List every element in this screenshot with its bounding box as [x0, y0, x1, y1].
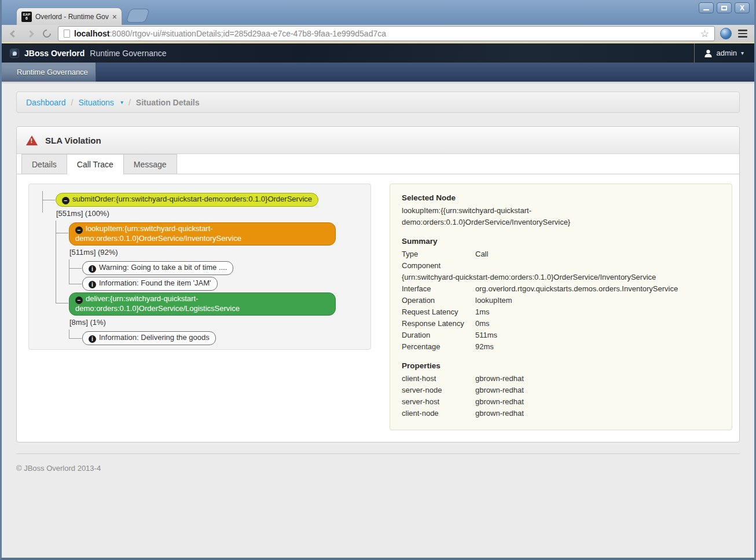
situation-panel: SLA Violation Details Call Trace Message… [16, 126, 740, 442]
call-node-lookup-item[interactable]: lookupItem:{urn:switchyard-quickstart-de… [69, 222, 336, 246]
call-node-submit-order[interactable]: submitOrder:{urn:switchyard-quickstart-d… [56, 193, 318, 207]
tree-item: Information: Found the item 'JAM' [69, 275, 364, 291]
properties-row: server-node gbrown-redhat [402, 385, 720, 396]
url-host: localhost [74, 29, 109, 38]
forward-icon [27, 30, 34, 38]
url-text[interactable]: localhost:8080/rtgov-ui/#situationDetail… [74, 29, 696, 38]
warning-icon [26, 136, 38, 145]
info-icon [89, 265, 96, 273]
breadcrumb-separator: / [71, 98, 74, 107]
call-trace-tree: submitOrder:{urn:switchyard-quickstart-d… [28, 184, 371, 350]
summary-row-duration: Duration 511ms [402, 330, 720, 341]
chevron-down-icon: ▾ [741, 50, 744, 56]
log-node-warning[interactable]: Warning: Going to take a bit of time ...… [82, 261, 233, 275]
forward-button[interactable] [24, 28, 36, 39]
selected-node-heading: Selected Node [402, 193, 720, 202]
summary-row-percentage: Percentage 92ms [402, 341, 720, 353]
selected-node-name: lookupItem:{{urn:switchyard-quickstart-d… [402, 205, 610, 228]
breadcrumb: Dashboard / Situations ▾ / Situation Det… [16, 91, 740, 113]
summary-row-type: Type Call [402, 248, 720, 260]
menu-button[interactable] [737, 28, 748, 39]
nav-tab-runtime-governance[interactable]: Runtime Governance [2, 63, 96, 82]
summary-row-operation: Operation lookupItem [402, 295, 720, 306]
properties-heading: Properties [402, 361, 720, 370]
call-node-label: submitOrder:{urn:switchyard-quickstart-d… [72, 195, 312, 203]
globe-icon[interactable] [720, 28, 732, 39]
selected-node-panel: Selected Node lookupItem:{{urn:switchyar… [390, 184, 732, 430]
node-metric: [551ms] (100%) [56, 209, 364, 218]
username: admin [717, 49, 737, 57]
call-node-label: lookupItem:{urn:switchyard-quickstart-de… [75, 224, 241, 243]
breadcrumb-dashboard[interactable]: Dashboard [26, 98, 66, 107]
tab-message[interactable]: Message [123, 154, 177, 174]
log-node-label: Information: Delivering the goods [99, 333, 210, 342]
back-icon [10, 30, 17, 38]
log-node-label: Information: Found the item 'JAM' [99, 279, 211, 287]
maximize-icon [721, 6, 727, 10]
new-tab-button[interactable] [126, 9, 150, 23]
reload-icon [41, 28, 53, 39]
breadcrumb-caret-icon[interactable]: ▾ [120, 99, 123, 105]
tab-close-icon[interactable]: × [112, 13, 117, 21]
log-node-found-item[interactable]: Information: Found the item 'JAM' [82, 277, 218, 291]
bookmark-star-icon[interactable]: ☆ [700, 28, 709, 40]
user-menu[interactable]: admin ▾ [694, 43, 754, 63]
brand-title: JBoss Overlord [24, 49, 85, 58]
nav-bar: Runtime Governance [2, 63, 754, 83]
tree-item: Information: Delivering the goods [69, 330, 364, 345]
url-path: :8080/rtgov-ui/#situationDetails;id=285d… [109, 29, 386, 38]
minimize-icon [703, 9, 709, 10]
summary-row-component: Component {urn:switchyard-quickstart-dem… [402, 260, 720, 283]
tab-details[interactable]: Details [21, 154, 67, 174]
situation-panel-header: SLA Violation [17, 127, 739, 154]
info-icon [89, 281, 96, 288]
user-icon [704, 49, 713, 57]
product-title: Runtime Governance [90, 49, 166, 58]
maximize-button[interactable] [717, 2, 732, 13]
node-metric: [511ms] (92%) [69, 248, 364, 257]
minimize-button[interactable] [699, 2, 714, 13]
tree-item: Warning: Going to take a bit of time ...… [69, 259, 364, 275]
url-bar[interactable]: localhost:8080/rtgov-ui/#situationDetail… [58, 26, 715, 41]
app-header: JBoss Overlord Runtime Governance admin … [2, 43, 754, 63]
tree-item: lookupItem:{urn:switchyard-quickstart-de… [56, 221, 364, 291]
collapse-icon[interactable] [75, 226, 83, 234]
summary-row-request-latency: Request Latency 1ms [402, 306, 720, 318]
summary-row-interface: Interface org.overlord.rtgov.quickstarts… [402, 283, 720, 295]
reload-button[interactable] [41, 28, 53, 39]
properties-row: client-host gbrown-redhat [402, 373, 720, 385]
log-node-label: Warning: Going to take a bit of time ...… [99, 263, 227, 272]
page-icon [64, 30, 70, 38]
overlord-logo-icon [10, 49, 19, 58]
situation-title: SLA Violation [45, 136, 101, 145]
call-node-deliver[interactable]: deliver:{urn:switchyard-quickstart-demo:… [69, 292, 336, 316]
tab-title: Overlord - Runtime Gover [35, 13, 109, 21]
close-window-button[interactable]: X [735, 2, 750, 13]
tree-item: deliver:{urn:switchyard-quickstart-demo:… [56, 291, 364, 345]
node-metric: [8ms] (1%) [69, 318, 364, 327]
eap-favicon-icon: EAP 6 [21, 12, 32, 22]
properties-row: client-node gbrown-redhat [402, 408, 720, 419]
log-node-delivering[interactable]: Information: Delivering the goods [82, 331, 216, 345]
summary-row-response-latency: Response Latency 0ms [402, 318, 720, 330]
breadcrumb-situations[interactable]: Situations [78, 98, 113, 107]
situation-tabs: Details Call Trace Message [17, 154, 739, 174]
call-node-label: deliver:{urn:switchyard-quickstart-demo:… [75, 294, 240, 313]
tab-call-trace[interactable]: Call Trace [67, 154, 124, 174]
browser-tab[interactable]: EAP 6 Overlord - Runtime Gover × [16, 8, 122, 25]
window-titlebar: X EAP 6 Overlord - Runtime Gover × [2, 0, 754, 25]
close-icon: X [740, 5, 744, 12]
collapse-icon[interactable] [75, 297, 83, 304]
properties-row: server-host gbrown-redhat [402, 396, 720, 408]
tree-item: submitOrder:{urn:switchyard-quickstart-d… [42, 191, 364, 345]
back-button[interactable] [8, 28, 19, 39]
page-footer: © JBoss Overlord 2013-4 [16, 453, 740, 473]
breadcrumb-current: Situation Details [136, 98, 200, 107]
collapse-icon[interactable] [62, 197, 69, 204]
footer-copyright: © JBoss Overlord 2013-4 [16, 464, 101, 473]
browser-window: X EAP 6 Overlord - Runtime Gover × local… [0, 0, 756, 560]
call-trace-tab-content: submitOrder:{urn:switchyard-quickstart-d… [17, 174, 739, 442]
breadcrumb-separator: / [129, 98, 131, 107]
summary-heading: Summary [402, 237, 720, 246]
browser-toolbar: localhost:8080/rtgov-ui/#situationDetail… [2, 25, 754, 43]
